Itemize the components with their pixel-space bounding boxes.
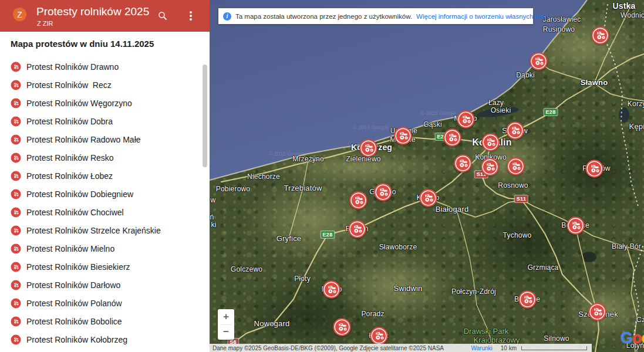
- zoom-control: + −: [218, 309, 234, 340]
- list-item-label: Protest Rolników Dobra: [26, 117, 113, 126]
- tractor-icon: [11, 243, 21, 254]
- infobar-link[interactable]: Więcej informacji o tworzeniu własnych m…: [416, 13, 548, 20]
- more-options-icon[interactable]: [184, 9, 197, 22]
- tractor-icon: [11, 171, 21, 181]
- search-icon[interactable]: [156, 9, 169, 22]
- protest-marker[interactable]: [332, 317, 352, 337]
- map-title-header: Z Protesty rolników 2025 Z ZIR: [0, 0, 210, 32]
- tractor-icon: [11, 134, 21, 145]
- tractor-icon: [11, 262, 21, 272]
- list-item[interactable]: Protest Rolników Biesiekierz: [0, 258, 200, 276]
- zoom-out-button[interactable]: −: [218, 325, 234, 340]
- list-item-label: Protest Rolników Mielno: [26, 244, 114, 253]
- list-item-label: Protest Rolników Kołobrzeg: [26, 335, 127, 344]
- list-item[interactable]: Protest Rolników Kołobrzeg: [0, 330, 200, 348]
- protest-marker[interactable]: [456, 110, 476, 129]
- info-icon: i: [223, 12, 231, 21]
- scale-label: 10 km: [501, 345, 517, 351]
- map-canvas[interactable]: © 2025 Google© 2015 Google© 2015 Google …: [210, 0, 644, 352]
- tractor-icon: [11, 62, 21, 72]
- list-item[interactable]: Protest Rolników Bobolice: [0, 312, 200, 330]
- avatar[interactable]: Z: [13, 8, 26, 21]
- protest-marker[interactable]: [588, 302, 607, 321]
- baltic-sea: [210, 0, 587, 180]
- protest-marker[interactable]: [348, 219, 367, 239]
- list-item[interactable]: Protest Rolników Resko: [0, 148, 200, 167]
- tractor-icon: [11, 189, 21, 199]
- tractor-icon: [11, 153, 21, 163]
- tractor-icon: [11, 80, 21, 90]
- layer-heading: Mapa protestów w dniu 14.11.2025: [11, 39, 154, 49]
- protest-marker[interactable]: [480, 157, 500, 177]
- map-geography: [210, 0, 644, 352]
- protest-marker[interactable]: [393, 126, 413, 145]
- list-item[interactable]: Protest Rolników Polanów: [0, 294, 200, 312]
- list-item-label: Protest Rolników Darłowo: [26, 280, 120, 290]
- list-item[interactable]: Protest Rolników Radowo Małe: [0, 130, 200, 148]
- sidebar: Z Protesty rolników 2025 Z ZIR Mapa prot…: [0, 0, 210, 352]
- tractor-icon: [11, 298, 21, 309]
- map-attribution-bar: Dane mapy ©2025 GeoBasis-DE/BKG (©2009),…: [210, 344, 592, 352]
- protest-marker[interactable]: [369, 326, 389, 346]
- scale-bar: [521, 346, 587, 350]
- tractor-icon: [11, 280, 21, 290]
- list-item[interactable]: Protest Rolników Chociwel: [0, 203, 200, 221]
- list-item[interactable]: Protest Rolników Dobiegniew: [0, 185, 200, 203]
- protest-list: Protest Rolników Drawno Protest Rolników…: [0, 57, 200, 348]
- protest-marker[interactable]: [591, 26, 610, 45]
- protest-marker[interactable]: [349, 191, 368, 210]
- list-item[interactable]: Protest Rolników Dobra: [0, 112, 200, 130]
- protest-marker[interactable]: [419, 188, 438, 208]
- protest-marker[interactable]: [443, 128, 462, 147]
- tractor-icon: [11, 225, 21, 236]
- protest-marker[interactable]: [481, 133, 500, 152]
- tractor-icon: [11, 316, 21, 327]
- list-item-label: Protest Rolników Polanów: [26, 299, 122, 308]
- list-item-label: Protest Rolników Strzelce Krajeńskie: [26, 226, 161, 235]
- protest-marker[interactable]: [529, 52, 548, 71]
- list-item-label: Protest Rolników Resko: [26, 153, 114, 163]
- protest-marker[interactable]: [518, 290, 537, 309]
- protest-marker[interactable]: [585, 159, 604, 178]
- list-item[interactable]: Protest Rolników Drawno: [0, 57, 200, 76]
- protest-marker[interactable]: [506, 157, 525, 176]
- protest-marker[interactable]: [566, 216, 585, 235]
- tractor-icon: [11, 116, 21, 127]
- close-icon[interactable]: ×: [552, 11, 560, 22]
- list-item-label: Protest Rolników Bobolice: [26, 317, 122, 326]
- tractor-icon: [11, 207, 21, 218]
- list-item[interactable]: Protest Rolników Węgorzyno: [0, 94, 200, 112]
- list-item[interactable]: Protest Rolników Recz: [0, 76, 200, 94]
- list-item-label: Protest Rolników Drawno: [26, 62, 119, 72]
- tractor-icon: [11, 334, 21, 345]
- protest-marker[interactable]: [322, 280, 341, 299]
- page-title: Protesty rolników 2025: [36, 5, 149, 18]
- zoom-in-button[interactable]: +: [218, 309, 234, 324]
- infobar-text: Ta mapa została utworzona przez jednego …: [235, 13, 412, 20]
- list-item-label: Protest Rolników Radowo Małe: [26, 135, 141, 144]
- protest-marker[interactable]: [373, 182, 393, 202]
- list-item[interactable]: Protest Rolników Strzelce Krajeńskie: [0, 221, 200, 239]
- lake: [619, 107, 629, 123]
- list-item-label: Protest Rolników Dobiegniew: [26, 189, 133, 199]
- list-item[interactable]: Protest Rolników Mielno: [0, 239, 200, 258]
- protest-marker[interactable]: [359, 138, 378, 158]
- list-item-label: Protest Rolników Recz: [26, 80, 112, 90]
- list-item-label: Protest Rolników Chociwel: [26, 208, 124, 217]
- user-map-infobar: i Ta mapa została utworzona przez jedneg…: [218, 8, 533, 24]
- page-subtitle: Z ZIR: [37, 20, 53, 27]
- sidebar-scrollbar[interactable]: [203, 65, 207, 167]
- attribution-text: Dane mapy ©2025 GeoBasis-DE/BKG (©2009),…: [213, 345, 444, 351]
- protest-marker[interactable]: [505, 121, 525, 140]
- list-item-label: Protest Rolników Węgorzyno: [26, 99, 132, 108]
- protest-marker[interactable]: [453, 154, 473, 173]
- terms-link[interactable]: Warunki: [471, 345, 492, 351]
- list-item-label: Protest Rolników Biesiekierz: [26, 262, 130, 272]
- lake-jamno: [476, 105, 519, 119]
- list-item-label: Protest Rolników Łobez: [26, 171, 113, 181]
- list-item[interactable]: Protest Rolników Darłowo: [0, 276, 200, 294]
- tractor-icon: [11, 98, 21, 109]
- list-item[interactable]: Protest Rolników Łobez: [0, 167, 200, 185]
